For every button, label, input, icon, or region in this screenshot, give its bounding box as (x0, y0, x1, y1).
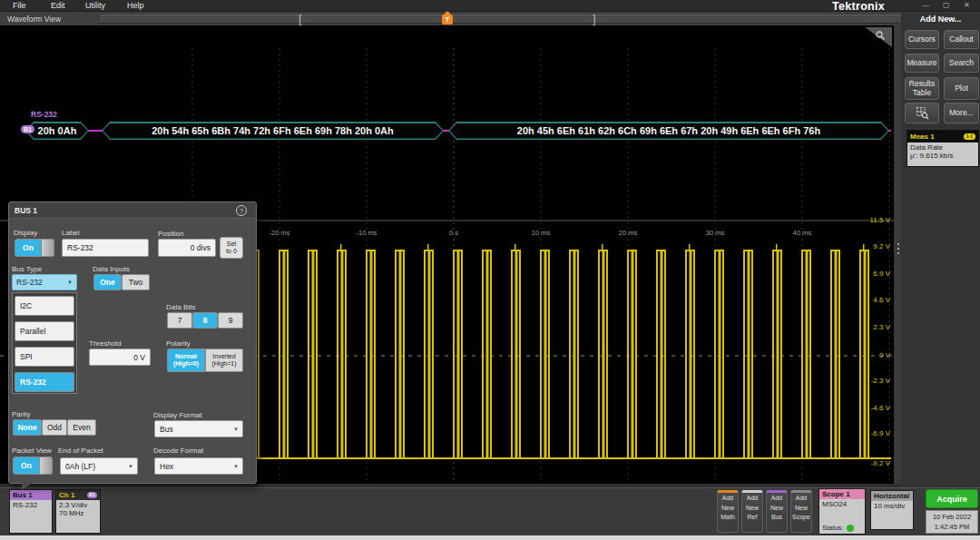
sidebar-button-more[interactable]: More... (944, 103, 979, 123)
scope1-badge-title: Scope 1 (819, 489, 865, 499)
sidebar-button-cursors[interactable]: Cursors (905, 30, 939, 49)
bus-decode-label: RS-232 (31, 110, 57, 119)
display-format-dropdown[interactable]: Bus ▼ (154, 420, 243, 437)
time-tick-label: 30 ms (697, 229, 733, 237)
bus-packet[interactable]: 20h 45h 6Eh 61h 62h 6Ch 69h 6Eh 67h 20h … (448, 122, 889, 140)
menu-item-file[interactable]: File (13, 1, 26, 10)
add-new-header: Add New... (901, 15, 980, 24)
date-text: 10 Feb 2022 (926, 512, 977, 522)
scope1-badge[interactable]: Scope 1 MSO24 Status: (818, 488, 866, 535)
polarity-normal-button[interactable]: Normal (High=0) (167, 349, 205, 372)
magnifier-icon (875, 30, 886, 41)
dialog-header[interactable] (9, 202, 256, 219)
parity-even[interactable]: Even (67, 419, 96, 436)
bus-packet[interactable]: 20h 0Ah (25, 122, 89, 140)
polarity-inverted-line1: Inverted (212, 353, 235, 360)
add-new-scope-button[interactable]: AddNewScope (790, 490, 812, 533)
bus-type-option-rs-232[interactable]: RS-232 (15, 372, 74, 392)
menu-item-utility[interactable]: Utility (85, 1, 105, 10)
data-inputs-one[interactable]: One (93, 274, 122, 290)
panel-drag-handle[interactable] (897, 243, 899, 245)
ch1-badge[interactable]: Ch 1 B1 2.3 V/div 70 MHz (55, 489, 101, 534)
minimize-icon[interactable]: — (922, 1, 929, 9)
data-bits-8[interactable]: 8 (192, 312, 218, 329)
table-search-icon (916, 106, 929, 120)
chevron-down-icon: ▼ (233, 464, 242, 469)
bus1-badge[interactable]: Bus 1 RS-232 (9, 489, 53, 534)
bus-type-dropdown[interactable]: RS-232 ▼ (12, 274, 77, 290)
data-inputs-two[interactable]: Two (122, 274, 150, 290)
display-toggle[interactable]: On (15, 239, 54, 257)
threshold-label: Threshold (89, 339, 122, 348)
chevron-down-icon: ▼ (67, 280, 76, 285)
sidebar-button-results-table[interactable]: Results Table (905, 77, 939, 100)
meas1-source-badge: 1-1 (964, 133, 975, 140)
window-bottom-edge (0, 535, 980, 540)
horizontal-badge[interactable]: Horizontal 10 ms/div (870, 490, 914, 530)
bus-type-option-i2c[interactable]: I2C (15, 296, 74, 316)
bus-type-option-parallel[interactable]: Parallel (15, 321, 74, 341)
close-icon[interactable]: ✕ (964, 1, 970, 9)
meas1-panel[interactable]: Meas 1 1-1 Data Rate µ': 9.615 kb/s (906, 130, 979, 167)
packet-view-on-state: On (13, 457, 40, 475)
meas1-type: Data Rate (910, 143, 975, 152)
zoom-bracket-right[interactable]: ] (593, 12, 596, 25)
bus-source-badge[interactable]: B1 (21, 125, 34, 133)
data-bits-7[interactable]: 7 (167, 312, 192, 329)
waveform-view-tab[interactable]: Waveform View (7, 15, 61, 24)
packet-view-toggle-knob (40, 457, 53, 475)
bus-packet[interactable]: 20h 54h 65h 6Bh 74h 72h 6Fh 6Eh 69h 78h … (102, 122, 444, 140)
ch1-bus-tag: B1 (87, 492, 97, 498)
label-input[interactable]: RS-232 (62, 239, 149, 257)
add-new-button-line: Add (791, 494, 811, 504)
voltage-tick-label: 4.6 V (854, 296, 890, 304)
voltage-tick-label: -4.6 V (854, 404, 890, 412)
data-bits-9[interactable]: 9 (218, 312, 243, 329)
zoom-bracket-left[interactable]: [ (299, 12, 302, 25)
voltage-tick-label: 9.2 V (854, 242, 890, 250)
position-input[interactable]: 0 divs (158, 239, 216, 257)
ch1-title-text: Ch 1 (59, 491, 74, 499)
maximize-icon[interactable]: ▢ (943, 1, 950, 9)
pan-zoom-band[interactable] (100, 15, 910, 24)
position-label: Position (158, 230, 183, 238)
menu-item-edit[interactable]: Edit (51, 1, 65, 10)
bus-packet-hex-text: 20h 0Ah (27, 123, 88, 139)
sidebar-button-measure[interactable]: Measure (905, 54, 939, 73)
bus-type-option-spi[interactable]: SPI (15, 347, 74, 367)
parity-none[interactable]: None (13, 419, 42, 436)
polarity-inverted-button[interactable]: Inverted (High=1) (205, 349, 243, 372)
help-icon[interactable]: ? (236, 205, 247, 216)
add-new-button-line: New (767, 504, 787, 514)
polarity-normal-line2: (High=0) (173, 360, 199, 368)
sidebar-button-search[interactable]: Search (944, 54, 979, 73)
table-search-button[interactable] (905, 103, 939, 123)
packet-view-toggle[interactable]: On (13, 457, 53, 475)
display-toggle-knob (42, 239, 54, 257)
acquire-button[interactable]: Acquire (926, 489, 978, 508)
bus1-config-dialog: BUS 1 ? Display On Label RS-232 Position… (8, 201, 257, 484)
scope1-badge-body: MSO24 Status: (819, 499, 865, 534)
sidebar-button-callout[interactable]: Callout (944, 30, 979, 49)
data-inputs-label: Data Inputs (93, 265, 130, 273)
end-of-packet-dropdown[interactable]: 0Ah (LF) ▼ (60, 457, 138, 475)
add-new-button-line: Add (767, 494, 787, 504)
decode-format-dropdown[interactable]: Hex ▼ (154, 457, 243, 475)
add-new-math-button[interactable]: AddNewMath (717, 490, 739, 533)
time-tick-label: 20 ms (610, 229, 646, 237)
threshold-input[interactable]: 0 V (89, 349, 151, 366)
trigger-position-marker[interactable]: T (442, 15, 453, 25)
add-new-bus-button[interactable]: AddNewBus (766, 490, 788, 533)
parity-odd[interactable]: Odd (42, 419, 67, 436)
voltage-tick-label: 11.5 V (854, 216, 890, 224)
bus-packet-hex-text: 20h 54h 65h 6Bh 74h 72h 6Fh 6Eh 69h 78h … (103, 123, 443, 139)
add-new-ref-button[interactable]: AddNewRef (741, 490, 763, 533)
sidebar-button-plot[interactable]: Plot (944, 77, 979, 100)
menu-items: FileEditUtilityHelp (0, 1, 363, 12)
bus1-badge-title: Bus 1 (10, 490, 52, 500)
set-to-zero-button[interactable]: Set to 0 (220, 237, 243, 259)
voltage-tick-label: -6.9 V (854, 429, 890, 437)
menu-item-help[interactable]: Help (127, 1, 144, 10)
add-new-button-line: New (718, 504, 738, 514)
voltage-tick-label: 6.9 V (854, 270, 890, 278)
